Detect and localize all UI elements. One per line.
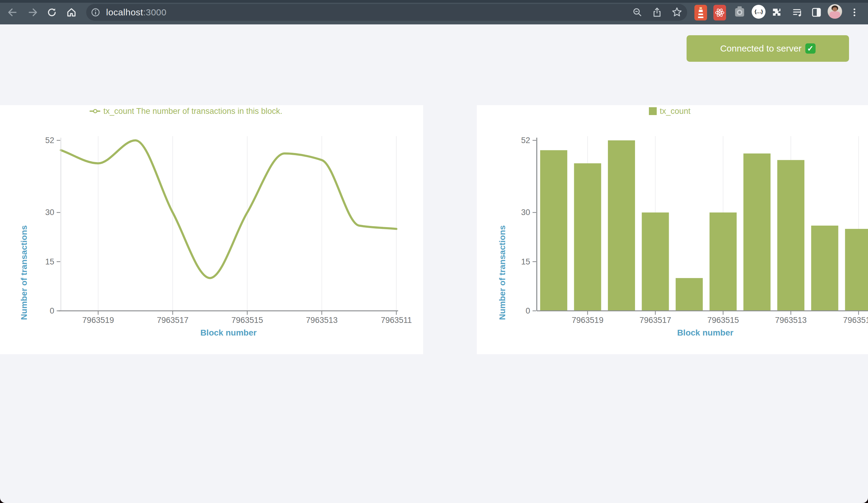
camera-extension-icon[interactable] <box>733 5 746 19</box>
svg-text:15: 15 <box>45 257 54 266</box>
svg-text:0: 0 <box>50 306 54 315</box>
svg-text:7963515: 7963515 <box>707 316 739 325</box>
svg-text:7963511: 7963511 <box>381 316 412 325</box>
bar-chart-card: tx_count Number of transactions 01530527… <box>477 105 868 354</box>
playlist-icon[interactable] <box>792 7 803 18</box>
svg-text:0: 0 <box>526 306 530 315</box>
status-label: Connected to server <box>720 43 802 54</box>
json-viewer-extension-icon[interactable]: {…} <box>752 5 765 19</box>
svg-text:7963513: 7963513 <box>775 316 807 325</box>
bookmark-star-icon[interactable] <box>671 7 683 18</box>
svg-text:7963517: 7963517 <box>640 316 671 325</box>
svg-text:30: 30 <box>45 208 54 217</box>
line-chart[interactable]: 0153052796351979635177963515796351379635… <box>0 105 423 354</box>
extensions-puzzle-icon[interactable] <box>771 7 783 18</box>
browser-window: localhost:3000 {…} <box>0 0 868 503</box>
avatar-shirt <box>829 11 840 19</box>
svg-text:52: 52 <box>45 136 54 145</box>
url-bar[interactable]: localhost:3000 <box>86 4 687 21</box>
tab-strip <box>0 0 868 3</box>
url-port: :3000 <box>143 7 167 17</box>
avatar-face <box>833 7 837 11</box>
bar-chart[interactable]: 0153052796351979635177963515796351379635… <box>477 105 868 354</box>
home-icon[interactable] <box>66 7 77 18</box>
reload-icon[interactable] <box>46 7 58 18</box>
profile-avatar[interactable] <box>828 4 842 19</box>
lighthouse-extension-icon[interactable] <box>694 5 707 20</box>
forward-arrow-icon[interactable] <box>27 7 39 18</box>
browser-toolbar: localhost:3000 {…} <box>0 0 868 24</box>
svg-text:30: 30 <box>521 208 530 217</box>
check-badge-icon: ✓ <box>805 43 816 54</box>
svg-text:7963517: 7963517 <box>157 316 188 325</box>
menu-dots-icon[interactable] <box>849 7 860 18</box>
svg-text:15: 15 <box>521 257 530 266</box>
svg-text:7963511: 7963511 <box>843 316 868 325</box>
svg-text:7963513: 7963513 <box>306 316 338 325</box>
share-icon[interactable] <box>651 7 663 18</box>
back-arrow-icon[interactable] <box>7 7 18 18</box>
svg-text:7963519: 7963519 <box>572 316 603 325</box>
url-host: localhost <box>106 7 143 17</box>
zoom-icon[interactable] <box>632 7 643 18</box>
svg-text:52: 52 <box>521 136 530 145</box>
line-chart-card: tx_count The number of transactions in t… <box>0 105 423 354</box>
side-panel-icon[interactable] <box>811 7 822 18</box>
bar-x-axis-title: Block number <box>677 328 734 338</box>
svg-text:7963519: 7963519 <box>82 316 114 325</box>
site-info-icon[interactable] <box>90 7 101 18</box>
line-x-axis-title: Block number <box>200 328 257 338</box>
url-text[interactable]: localhost:3000 <box>106 7 166 18</box>
connected-status-button[interactable]: Connected to server ✓ <box>686 35 849 62</box>
react-devtools-extension-icon[interactable] <box>713 5 726 20</box>
svg-text:7963515: 7963515 <box>231 316 263 325</box>
